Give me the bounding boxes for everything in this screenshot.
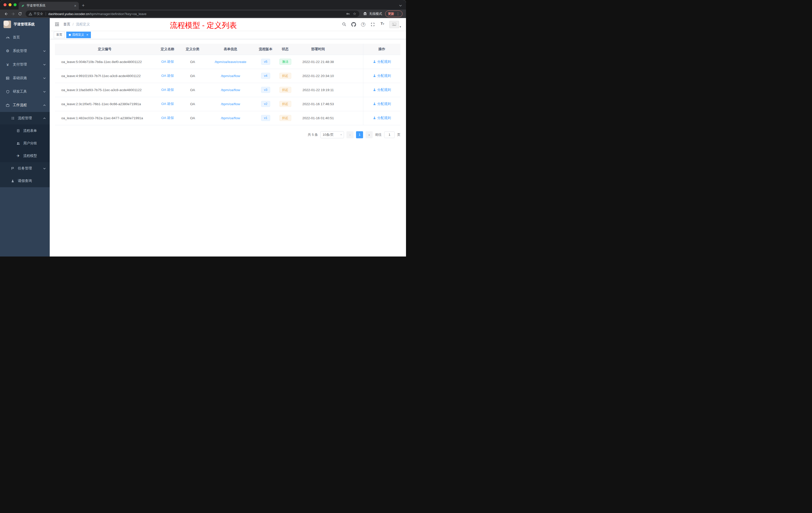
- chevron-up-icon: [43, 117, 46, 119]
- version-badge: v4: [261, 73, 270, 79]
- breadcrumb-home[interactable]: 首页: [63, 22, 70, 27]
- form-link[interactable]: /bpm/oa/leave/create: [215, 60, 246, 64]
- password-key-icon[interactable]: [346, 12, 350, 16]
- url-path: /bpm/manager/definition?key=oa_leave: [89, 12, 146, 16]
- bookmark-star-icon[interactable]: ☆: [353, 11, 356, 16]
- browser-tab[interactable]: 芋道管理系统 ×: [19, 2, 79, 9]
- column-header: 定义名称: [154, 44, 180, 55]
- sidebar-item-label: 研发工具: [13, 89, 43, 94]
- help-icon[interactable]: ?: [360, 21, 366, 27]
- next-page-button[interactable]: ›: [366, 131, 373, 138]
- status-badge: 挂起: [280, 101, 291, 107]
- close-tab-icon[interactable]: ×: [74, 4, 76, 7]
- tab-strip: 芋道管理系统 × +: [0, 0, 406, 9]
- zoom-window-button[interactable]: [13, 3, 17, 6]
- tab-search-chevron-icon[interactable]: [399, 3, 402, 7]
- breadcrumb: 首页 / 流程定义: [63, 22, 90, 27]
- paper-plane-icon: ✈: [16, 154, 20, 158]
- back-icon[interactable]: [2, 10, 9, 17]
- sidebar-item-payment[interactable]: ¥ 支付管理: [0, 58, 50, 71]
- sidebar: 芋道管理系统 首页 ⚙ 系统管理 ¥ 支付管理: [0, 18, 50, 256]
- sidebar-item-task-management[interactable]: 任务管理: [0, 162, 50, 175]
- sidebar-item-label: 任务管理: [18, 166, 43, 171]
- sidebar-item-process-management[interactable]: 流程管理: [0, 112, 50, 124]
- reload-icon[interactable]: [17, 10, 24, 17]
- new-tab-button[interactable]: +: [82, 3, 85, 8]
- font-size-icon[interactable]: TT: [379, 21, 385, 27]
- definition-name-link[interactable]: OA 请假: [161, 116, 174, 120]
- table-row: oa_leave:4:991f2193-7b7f-11ec-a3c8-acde4…: [55, 69, 401, 83]
- sidebar-item-system[interactable]: ⚙ 系统管理: [0, 44, 50, 58]
- app-title: 芋道管理系统: [13, 22, 35, 27]
- tag-label: 流程定义: [72, 33, 84, 37]
- window-controls: [3, 3, 17, 6]
- definition-name-link[interactable]: OA 请假: [161, 88, 174, 92]
- sidebar-item-leave-query[interactable]: 请假查询: [0, 175, 50, 187]
- table-row: oa_leave:5:004b710b-7b8a-11ec-8ef0-acde4…: [55, 55, 401, 69]
- column-header: 流程版本: [256, 44, 275, 55]
- version-badge: v3: [261, 87, 270, 93]
- update-chrome-button[interactable]: 更新 ⋮: [385, 10, 403, 17]
- sidebar-item-home[interactable]: 首页: [0, 31, 50, 44]
- sidebar-item-workflow[interactable]: 工作流程: [0, 98, 50, 112]
- browser-menu-icon[interactable]: ⋮: [396, 12, 400, 16]
- tag-home[interactable]: 首页: [54, 32, 65, 38]
- goto-label: 前往: [375, 132, 382, 137]
- prev-page-button[interactable]: ‹: [347, 131, 353, 138]
- assign-rule-link[interactable]: 分配规则: [373, 73, 391, 78]
- page-number-button[interactable]: 1: [356, 131, 363, 138]
- assign-rule-link[interactable]: 分配规则: [373, 88, 391, 92]
- pagination: 共 5 条 10条/页 ▾ ‹ 1 › 前往 页: [55, 131, 401, 138]
- fullscreen-icon[interactable]: [370, 21, 376, 27]
- search-icon[interactable]: [341, 21, 347, 27]
- form-link[interactable]: /bpm/oa/flow: [221, 102, 240, 106]
- sidebar-item-label: 请假查询: [18, 179, 46, 183]
- assign-rule-link[interactable]: 分配规则: [373, 59, 391, 64]
- sidebar-toggle-icon[interactable]: [53, 21, 61, 28]
- sidebar-item-label: 流程表单: [23, 128, 46, 133]
- minimize-window-button[interactable]: [8, 3, 11, 6]
- app-logo[interactable]: 芋道管理系统: [0, 18, 50, 31]
- form-link[interactable]: /bpm/oa/flow: [221, 88, 240, 92]
- deploy-time: 2022-01-22 21:48:38: [302, 60, 334, 64]
- table-row: oa_leave:1:482ec033-762a-11ec-8477-a2380…: [55, 111, 401, 125]
- top-navbar: 首页 / 流程定义 流程模型 - 定义列表 ? TT: [50, 18, 406, 31]
- goto-page-input[interactable]: [384, 131, 395, 138]
- definition-id: oa_leave:1:482ec033-762a-11ec-8477-a2380…: [61, 116, 143, 120]
- definition-category: OA: [190, 116, 195, 120]
- sidebar-item-dev-tools[interactable]: 研发工具: [0, 85, 50, 98]
- sidebar-item-process-model[interactable]: ✈ 流程模型: [0, 150, 50, 162]
- incognito-badge: 无痕模式: [363, 11, 382, 16]
- user-group-icon: [16, 142, 20, 145]
- page-content: 定义编号 定义名称 定义分类 表单信息 流程版本 状态 部署时间 操作: [50, 39, 406, 256]
- browser-toolbar: 不安全 dashboard.yudao.iocoder.cn/bpm/manag…: [0, 9, 406, 18]
- sidebar-item-infrastructure[interactable]: 基础设施: [0, 71, 50, 85]
- address-bar[interactable]: 不安全 dashboard.yudao.iocoder.cn/bpm/manag…: [26, 10, 359, 17]
- security-label: 不安全: [34, 12, 43, 16]
- update-label: 更新: [388, 12, 394, 16]
- flag-icon: [10, 167, 15, 170]
- definition-name-link[interactable]: OA 请假: [161, 102, 174, 105]
- definition-name-link[interactable]: OA 请假: [161, 60, 174, 63]
- deploy-time: 2022-01-16 17:46:53: [302, 102, 334, 106]
- column-header: 定义编号: [55, 44, 154, 55]
- definition-category: OA: [190, 88, 195, 92]
- gear-icon: ⚙: [5, 49, 10, 53]
- definition-name-link[interactable]: OA 请假: [161, 74, 174, 78]
- assign-rule-link[interactable]: 分配规则: [373, 102, 391, 106]
- assign-rule-link[interactable]: 分配规则: [373, 116, 391, 120]
- form-link[interactable]: /bpm/oa/flow: [221, 74, 240, 78]
- github-icon[interactable]: [351, 21, 357, 27]
- close-window-button[interactable]: [3, 3, 6, 6]
- table-row: oa_leave:2:3c1f0ef1-76b1-11ec-9c66-a2380…: [55, 97, 401, 111]
- tag-close-icon[interactable]: ×: [86, 33, 88, 37]
- form-link[interactable]: /bpm/oa/flow: [221, 116, 240, 120]
- avatar[interactable]: ▾: [389, 21, 401, 28]
- incognito-label: 无痕模式: [369, 11, 382, 16]
- tag-process-definition[interactable]: 流程定义 ×: [66, 32, 91, 38]
- sidebar-item-process-form[interactable]: 流程表单: [0, 124, 50, 137]
- sidebar-item-user-group[interactable]: 用户分组: [0, 137, 50, 150]
- page-size-select[interactable]: 10条/页 ▾: [320, 131, 344, 138]
- annotation-title: 流程模型 - 定义列表: [170, 20, 237, 31]
- forward-icon[interactable]: [9, 10, 17, 17]
